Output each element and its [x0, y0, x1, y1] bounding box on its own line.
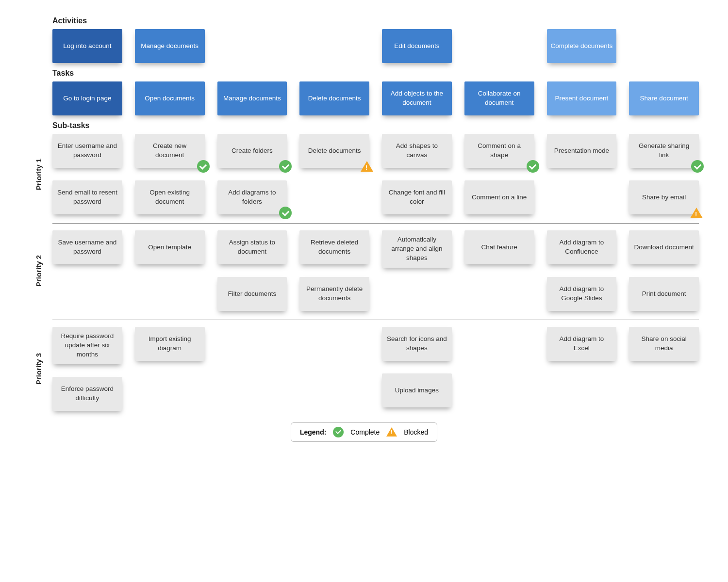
story-card[interactable]: Collaborate on document	[464, 81, 534, 115]
card-label: Add objects to the document	[386, 89, 448, 108]
story-card[interactable]: Share document	[629, 81, 699, 115]
priority-row: Priority 1Enter username and passwordSen…	[29, 134, 699, 214]
story-card[interactable]: Send email to resent password	[52, 180, 122, 214]
story-card[interactable]: Assign status to document	[217, 230, 287, 264]
story-card[interactable]: Enter username and password	[52, 134, 122, 168]
story-card[interactable]: Upload images	[382, 373, 452, 407]
story-card[interactable]: Add diagram to Excel	[547, 327, 617, 361]
card-label: Open existing document	[139, 188, 201, 207]
warning-icon	[361, 161, 373, 172]
story-card[interactable]: Search for icons and shapes	[382, 327, 452, 361]
story-card[interactable]: Edit documents	[382, 29, 452, 63]
card-label: Open documents	[145, 94, 195, 103]
priority-row: Priority 2Save username and passwordOpen…	[29, 230, 699, 311]
card-label: Delete documents	[308, 146, 361, 156]
story-card[interactable]: Chat feature	[464, 230, 534, 264]
card-label: Presentation mode	[554, 146, 609, 156]
check-icon	[333, 427, 344, 437]
story-card[interactable]: Presentation mode	[547, 134, 617, 168]
story-card[interactable]: Create new document	[135, 134, 205, 168]
card-label: Share by email	[642, 193, 686, 202]
card-label: Print document	[642, 290, 686, 299]
story-card[interactable]: Add diagram to Confluence	[547, 230, 617, 264]
story-card[interactable]: Import existing diagram	[135, 327, 205, 361]
story-card[interactable]: Create folders	[217, 134, 287, 168]
card-label: Chat feature	[481, 243, 517, 252]
card-label: Collaborate on document	[468, 89, 530, 108]
priority-row: Priority 3Require password update after …	[29, 327, 699, 411]
story-card[interactable]: Open existing document	[135, 180, 205, 214]
card-label: Search for icons and shapes	[386, 335, 448, 353]
card-label: Share on social media	[633, 335, 695, 353]
story-card[interactable]: Manage documents	[217, 81, 287, 115]
card-label: Add diagram to Google Slides	[551, 285, 613, 303]
card-label: Add diagram to Confluence	[551, 238, 613, 257]
story-card[interactable]: Download document	[629, 230, 699, 264]
story-card[interactable]: Permanently delete documents	[299, 277, 369, 311]
story-card[interactable]: Open template	[135, 230, 205, 264]
story-card[interactable]: Add shapes to canvas	[382, 134, 452, 168]
card-label: Filter documents	[228, 290, 276, 299]
story-card[interactable]: Manage documents	[135, 29, 205, 63]
story-card[interactable]: Share on social media	[629, 327, 699, 361]
story-card[interactable]: Add diagram to Google Slides	[547, 277, 617, 311]
check-icon	[279, 207, 292, 219]
priority-label: Priority 1	[35, 158, 43, 190]
story-card[interactable]: Retrieve deleted documents	[299, 230, 369, 264]
story-card[interactable]: Require password update after six months	[52, 327, 122, 364]
story-card[interactable]: Complete documents	[547, 29, 617, 63]
card-label: Delete documents	[308, 94, 361, 103]
story-card[interactable]: Filter documents	[217, 277, 287, 311]
card-label: Log into account	[63, 42, 111, 51]
story-card[interactable]: Generate sharing link	[629, 134, 699, 168]
story-card[interactable]: Delete documents	[299, 81, 369, 115]
story-card[interactable]: Add objects to the document	[382, 81, 452, 115]
card-label: Generate sharing link	[633, 142, 695, 160]
card-label: Open template	[148, 243, 191, 252]
subtasks-heading: Sub-tasks	[52, 121, 699, 130]
story-card[interactable]: Change font and fill color	[382, 180, 452, 214]
story-card[interactable]: Automatically arrange and align shapes	[382, 230, 452, 268]
card-label: Save username and password	[56, 238, 118, 257]
tasks-heading: Tasks	[52, 69, 699, 78]
story-card[interactable]: Go to login page	[52, 81, 122, 115]
activities-heading: Activities	[52, 16, 699, 25]
story-card[interactable]: Print document	[629, 277, 699, 311]
legend-blocked-label: Blocked	[404, 428, 428, 436]
story-card[interactable]: Comment on a shape	[464, 134, 534, 168]
story-card[interactable]: Save username and password	[52, 230, 122, 264]
check-icon	[197, 160, 210, 173]
card-label: Change font and fill color	[386, 188, 448, 207]
priority-divider	[52, 223, 699, 224]
card-label: Add diagrams to folders	[221, 188, 283, 207]
story-card[interactable]: Log into account	[52, 29, 122, 63]
warning-icon	[386, 427, 397, 436]
card-label: Upload images	[395, 386, 439, 395]
warning-icon	[690, 208, 703, 218]
story-card[interactable]: Delete documents	[299, 134, 369, 168]
story-card[interactable]: Enforce password difficulty	[52, 377, 122, 411]
card-label: Enter username and password	[56, 142, 118, 160]
card-label: Share document	[640, 94, 688, 103]
legend-complete-label: Complete	[350, 428, 380, 436]
story-card[interactable]: Comment on a line	[464, 180, 534, 214]
card-label: Complete documents	[551, 42, 613, 51]
card-label: Go to login page	[63, 94, 111, 103]
card-label: Manage documents	[223, 94, 281, 103]
card-label: Manage documents	[141, 42, 199, 51]
card-label: Assign status to document	[221, 238, 283, 257]
card-label: Comment on a shape	[468, 142, 530, 160]
story-card[interactable]: Add diagrams to folders	[217, 180, 287, 214]
activities-row: Log into accountManage documentsEdit doc…	[29, 29, 699, 63]
priority-label: Priority 3	[35, 353, 43, 385]
legend-title: Legend:	[300, 428, 326, 436]
card-label: Download document	[634, 243, 694, 252]
story-card[interactable]: Open documents	[135, 81, 205, 115]
card-label: Enforce password difficulty	[56, 385, 118, 403]
story-card[interactable]: Present document	[547, 81, 617, 115]
card-label: Send email to resent password	[56, 188, 118, 207]
story-card[interactable]: Share by email	[629, 180, 699, 214]
tasks-row: Go to login pageOpen documentsManage doc…	[29, 81, 699, 115]
check-icon	[691, 160, 704, 173]
card-label: Import existing diagram	[139, 335, 201, 353]
